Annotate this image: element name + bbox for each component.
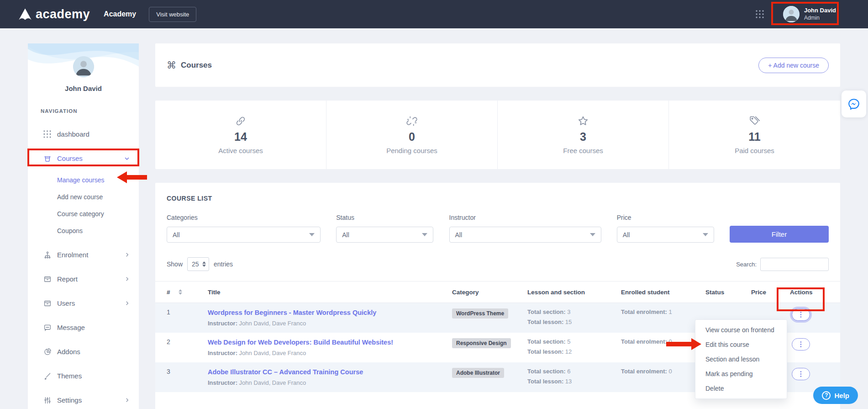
sidebar-item-enrolment[interactable]: Enrolment <box>28 243 139 267</box>
sidebar-item-label: dashboard <box>57 130 130 138</box>
stat-paid-courses: 11 Paid courses <box>669 101 840 169</box>
menu-item-section-lesson[interactable]: Section and lesson <box>695 352 787 367</box>
entries-label: entries <box>214 260 233 268</box>
menu-item-mark-pending[interactable]: Mark as pending <box>695 367 787 381</box>
menu-item-view-course[interactable]: View course on frontend <box>695 323 787 337</box>
total-section: Total section: 5 <box>527 338 621 345</box>
page-size-value: 25 <box>192 260 199 268</box>
row-actions-button[interactable] <box>792 308 810 321</box>
row-actions-button[interactable] <box>792 368 810 380</box>
sidebar-item-dashboard[interactable]: dashboard <box>28 122 139 146</box>
row-number: 2 <box>167 338 208 345</box>
pie-icon <box>43 348 53 356</box>
broken-link-icon <box>406 115 418 127</box>
instructor-line: Instructor: John David, Dave Franco <box>208 350 452 356</box>
sort-icon[interactable] <box>179 289 182 295</box>
stat-label: Paid courses <box>735 147 774 154</box>
chevron-right-icon <box>125 301 130 306</box>
chevron-down-icon <box>590 233 595 236</box>
app-name: Academy <box>104 10 136 18</box>
total-enrolment: Total enrolment: 0 <box>621 338 705 345</box>
chat-icon <box>43 324 53 332</box>
tags-icon <box>749 115 761 127</box>
sidebar-item-settings[interactable]: Settings <box>28 388 139 409</box>
show-label: Show <box>167 260 183 268</box>
page-size-stepper[interactable]: 25 <box>187 257 209 271</box>
menu-item-delete[interactable]: Delete <box>695 381 787 396</box>
sidebar-item-users[interactable]: Users <box>28 291 139 315</box>
sidebar-item-course-category[interactable]: Course category <box>28 205 139 222</box>
filter-label: Status <box>336 214 433 221</box>
instructor-line: Instructor: John David, Dave Franco <box>208 379 452 386</box>
sidebar: John David NAVIGATION dashboard Courses … <box>28 43 139 409</box>
filters-row: Categories All Status All Instructor All <box>155 214 840 243</box>
help-label: Help <box>834 392 849 399</box>
sidebar-nav: dashboard Courses Manage courses Add new… <box>28 122 139 409</box>
status-select[interactable]: All <box>336 227 433 243</box>
sidebar-item-addons[interactable]: Addons <box>28 340 139 364</box>
sidebar-item-courses[interactable]: Courses <box>28 146 139 170</box>
logo-wordmark: academy <box>36 7 90 21</box>
stepper-arrows-icon <box>202 261 206 267</box>
messenger-icon <box>847 97 861 111</box>
total-section: Total section: 6 <box>527 368 621 375</box>
column-header-num: # <box>167 289 170 296</box>
row-number: 1 <box>167 308 208 316</box>
basket-icon <box>43 154 53 163</box>
select-value: All <box>173 231 180 239</box>
instructor-select[interactable]: All <box>449 227 601 243</box>
row-actions-button[interactable] <box>792 338 810 351</box>
add-new-course-button[interactable]: + Add new course <box>758 58 829 73</box>
apps-grid-icon[interactable] <box>756 10 764 18</box>
total-enrolment: Total enrolment: 0 <box>621 368 705 375</box>
sidebar-item-coupons[interactable]: Coupons <box>28 222 139 239</box>
sitemap-icon <box>43 251 53 259</box>
row-actions-menu: View course on frontend Edit this course… <box>695 319 787 399</box>
select-value: All <box>623 231 630 239</box>
sidebar-item-label: Message <box>57 324 130 331</box>
price-select[interactable]: All <box>617 227 714 243</box>
brush-icon <box>43 372 53 380</box>
course-title-link[interactable]: Wordpress for Beginners - Master Wordpre… <box>208 309 376 316</box>
menu-item-edit-course[interactable]: Edit this course <box>695 337 787 352</box>
chevron-down-icon <box>422 233 427 236</box>
table-header-row: # Title Category Lesson and section Enro… <box>155 281 840 303</box>
filter-label: Price <box>617 214 714 221</box>
column-header-price: Price <box>751 289 790 296</box>
course-title-link[interactable]: Adobe Illustrator CC – Advanced Training… <box>208 368 363 376</box>
visit-website-button[interactable]: Visit website <box>149 7 196 22</box>
stat-value: 3 <box>580 130 586 143</box>
sidebar-item-report[interactable]: Report <box>28 267 139 291</box>
sidebar-item-add-new-course[interactable]: Add new course <box>28 188 139 205</box>
filter-button[interactable]: Filter <box>730 226 829 243</box>
sidebar-item-label: Addons <box>57 348 130 356</box>
help-button[interactable]: ? Help <box>813 387 858 404</box>
search-input[interactable] <box>760 258 829 271</box>
academy-logo[interactable]: academy <box>18 7 90 21</box>
sliders-icon <box>43 396 53 404</box>
question-icon: ? <box>822 391 831 400</box>
categories-select[interactable]: All <box>167 227 321 243</box>
three-dots-icon <box>800 371 802 377</box>
sidebar-item-themes[interactable]: Themes <box>28 364 139 388</box>
messenger-widget[interactable] <box>842 90 866 117</box>
stat-pending-courses: 0 Pending courses <box>326 101 498 169</box>
filter-price: Price All <box>617 214 714 243</box>
sidebar-item-message[interactable]: Message <box>28 315 139 340</box>
course-title-link[interactable]: Web Design for Web Developers: Build Bea… <box>208 339 393 346</box>
sidebar-item-manage-courses[interactable]: Manage courses <box>28 171 139 188</box>
total-lesson: Total lesson: 15 <box>527 319 621 325</box>
filter-status: Status All <box>336 214 433 243</box>
three-dots-icon <box>800 312 802 318</box>
entries-row: Show 25 entries Search: <box>155 257 840 271</box>
chevron-down-icon <box>309 233 315 236</box>
sidebar-item-label: Report <box>57 275 125 283</box>
page-header-card: ⌘ Courses + Add new course <box>155 43 840 87</box>
user-menu[interactable]: John David Admin <box>783 6 836 22</box>
avatar <box>783 6 800 22</box>
total-enrolment: Total enrolment: 1 <box>621 308 705 315</box>
courses-submenu: Manage courses Add new course Course cat… <box>28 170 139 243</box>
sidebar-item-label: Courses <box>57 154 124 162</box>
sidebar-item-label: Users <box>57 299 125 307</box>
category-badge: WordPress Theme <box>452 308 508 319</box>
